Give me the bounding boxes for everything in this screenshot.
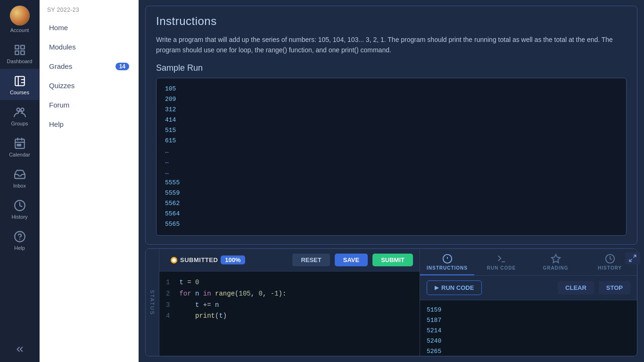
nav-panel: SY 2022-23 Home Modules Grades 14 Quizze…	[40, 0, 139, 362]
sidebar-item-label: Inbox	[13, 183, 26, 189]
svg-rect-1	[21, 45, 25, 49]
right-output[interactable]: 5159518752145240526552895312	[420, 300, 637, 356]
account-link[interactable]: Account	[0, 0, 39, 38]
code-line-3: t += n	[179, 300, 415, 311]
sidebar-item-courses[interactable]: Courses	[0, 69, 39, 100]
svg-rect-15	[19, 144, 20, 146]
sidebar-item-label: History	[11, 214, 27, 220]
sidebar-item-help[interactable]: Help	[0, 224, 39, 255]
sidebar-item-label: Groups	[11, 121, 28, 126]
instructions-title: Instructions	[156, 15, 627, 28]
submitted-status: SUBMITTED 100%	[166, 254, 250, 266]
sidebar-item-dashboard[interactable]: Dashboard	[0, 38, 39, 69]
account-label: Account	[10, 27, 29, 33]
editor-container: STATUS SUBMITTED 100% RESET SAVE	[139, 248, 644, 362]
run-triangle-icon: ▶	[435, 285, 438, 291]
right-tabs: INSTRUCTIONS RUN CODE GRADING	[420, 249, 637, 276]
right-actions: ▶ RUN CODE CLEAR STOP	[420, 276, 637, 300]
code-area: STATUS SUBMITTED 100% RESET SAVE	[145, 248, 637, 356]
status-bar: STATUS	[146, 249, 159, 356]
submit-button[interactable]: SUBMIT	[372, 254, 413, 266]
nav-year: SY 2022-23	[40, 0, 139, 18]
run-code-button[interactable]: ▶ RUN CODE	[427, 280, 482, 295]
inbox-icon	[12, 167, 27, 182]
nav-item-help[interactable]: Help	[40, 115, 139, 134]
nav-item-home[interactable]: Home	[40, 18, 139, 37]
editor-body[interactable]: 1 2 3 4 t = 0 for n in range(105, 0, -1)…	[159, 272, 420, 356]
main-content: Instructions Write a program that will a…	[139, 0, 644, 362]
code-line-4: print(t)	[179, 311, 415, 322]
grades-badge: 14	[116, 63, 129, 70]
code-line-2: for n in range(105, 0, -1):	[179, 288, 415, 300]
sidebar: Account Dashboard Courses Groups	[0, 0, 40, 362]
nav-item-quizzes[interactable]: Quizzes	[40, 76, 139, 95]
courses-icon	[12, 74, 27, 89]
sidebar-item-label: Dashboard	[7, 58, 33, 64]
instructions-panel: Instructions Write a program that will a…	[145, 6, 637, 245]
line-numbers: 1 2 3 4	[159, 277, 174, 350]
collapse-button[interactable]	[15, 337, 25, 362]
tab-run-code[interactable]: RUN CODE	[474, 249, 528, 275]
svg-point-8	[17, 108, 20, 111]
svg-point-9	[21, 108, 24, 111]
sidebar-item-inbox[interactable]: Inbox	[0, 162, 39, 193]
svg-rect-3	[21, 51, 25, 55]
instructions-description: Write a program that will add up the ser…	[156, 34, 627, 56]
nav-item-modules[interactable]: Modules	[40, 37, 139, 57]
svg-rect-14	[17, 144, 18, 146]
sidebar-item-label: Calendar	[9, 152, 30, 157]
history-icon	[12, 198, 27, 213]
help-icon	[12, 229, 27, 244]
groups-icon	[12, 105, 27, 120]
sample-output: 105209312414515615………5555555955625564556…	[156, 78, 627, 236]
tab-run-code-label: RUN CODE	[487, 265, 516, 271]
submitted-dot	[171, 257, 177, 263]
tab-grading-label: GRADING	[543, 265, 568, 271]
tab-instructions-label: INSTRUCTIONS	[427, 265, 468, 271]
fullscreen-button[interactable]	[625, 252, 640, 264]
svg-line-20	[629, 259, 632, 262]
tab-history-label: HISTORY	[598, 265, 622, 271]
sample-run-title: Sample Run	[156, 63, 627, 73]
dashboard-icon	[12, 42, 27, 58]
sidebar-item-groups[interactable]: Groups	[0, 100, 39, 131]
submitted-label: SUBMITTED	[180, 256, 218, 263]
save-button[interactable]: SAVE	[335, 254, 368, 266]
avatar	[10, 6, 30, 25]
editor-toolbar: SUBMITTED 100% RESET SAVE SUBMIT	[159, 249, 420, 272]
sidebar-item-history[interactable]: History	[0, 193, 39, 224]
calendar-icon	[12, 136, 27, 151]
tab-grading[interactable]: GRADING	[528, 249, 583, 275]
clear-button[interactable]: CLEAR	[558, 281, 594, 295]
code-lines: t = 0 for n in range(105, 0, -1): t += n…	[174, 277, 420, 350]
svg-rect-0	[15, 45, 19, 49]
sidebar-item-label: Help	[14, 245, 25, 251]
svg-rect-2	[15, 51, 19, 55]
editor-left: SUBMITTED 100% RESET SAVE SUBMIT 1 2 3 4	[159, 249, 420, 356]
percent-badge: 100%	[221, 255, 245, 264]
code-line-1: t = 0	[179, 277, 415, 288]
editor-right: INSTRUCTIONS RUN CODE GRADING	[420, 249, 637, 356]
svg-rect-4	[15, 76, 25, 86]
svg-line-19	[634, 255, 636, 257]
sidebar-item-calendar[interactable]: Calendar	[0, 131, 39, 162]
reset-button[interactable]: RESET	[292, 254, 330, 266]
stop-button[interactable]: STOP	[599, 281, 630, 295]
nav-item-forum[interactable]: Forum	[40, 95, 139, 115]
nav-item-grades[interactable]: Grades 14	[40, 57, 139, 76]
tab-instructions[interactable]: INSTRUCTIONS	[420, 249, 474, 275]
sidebar-item-label: Courses	[10, 90, 29, 95]
